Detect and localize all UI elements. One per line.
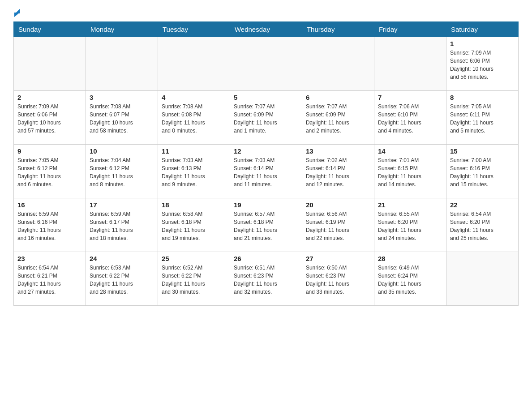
calendar-cell: 3Sunrise: 7:08 AMSunset: 6:07 PMDaylight… (86, 91, 158, 145)
day-number: 8 (450, 94, 515, 101)
day-info: Sunrise: 7:09 AMSunset: 6:06 PMDaylight:… (17, 103, 82, 135)
calendar-cell: 5Sunrise: 7:07 AMSunset: 6:09 PMDaylight… (230, 91, 302, 145)
day-of-week-header: Saturday (446, 22, 518, 37)
calendar-cell: 28Sunrise: 6:49 AMSunset: 6:24 PMDayligh… (374, 252, 446, 306)
day-info: Sunrise: 7:05 AMSunset: 6:11 PMDaylight:… (450, 103, 515, 135)
calendar-cell: 9Sunrise: 7:05 AMSunset: 6:12 PMDaylight… (14, 145, 86, 198)
day-number: 1 (450, 40, 515, 47)
calendar-cell: 21Sunrise: 6:55 AMSunset: 6:20 PMDayligh… (374, 198, 446, 252)
week-row: 9Sunrise: 7:05 AMSunset: 6:12 PMDaylight… (14, 145, 519, 198)
day-number: 23 (17, 255, 82, 262)
day-number: 21 (378, 201, 442, 209)
week-row: 1Sunrise: 7:09 AMSunset: 6:06 PMDaylight… (14, 37, 519, 91)
calendar-cell: 25Sunrise: 6:52 AMSunset: 6:22 PMDayligh… (158, 252, 230, 306)
day-info: Sunrise: 7:03 AMSunset: 6:13 PMDaylight:… (162, 156, 226, 188)
day-of-week-header: Thursday (302, 22, 374, 37)
day-info: Sunrise: 6:50 AMSunset: 6:23 PMDaylight:… (306, 264, 370, 296)
calendar-cell: 23Sunrise: 6:54 AMSunset: 6:21 PMDayligh… (14, 252, 86, 306)
day-number: 2 (17, 94, 82, 101)
day-number: 9 (17, 147, 82, 155)
day-info: Sunrise: 7:04 AMSunset: 6:12 PMDaylight:… (90, 156, 154, 188)
calendar-cell: 22Sunrise: 6:54 AMSunset: 6:20 PMDayligh… (446, 198, 518, 252)
calendar-cell: 7Sunrise: 7:06 AMSunset: 6:10 PMDaylight… (374, 91, 446, 145)
day-of-week-header: Tuesday (158, 22, 230, 37)
day-number: 27 (306, 255, 370, 262)
day-number: 13 (306, 147, 370, 155)
day-number: 11 (162, 147, 226, 155)
calendar-cell: 18Sunrise: 6:58 AMSunset: 6:18 PMDayligh… (158, 198, 230, 252)
day-info: Sunrise: 7:06 AMSunset: 6:10 PMDaylight:… (378, 103, 442, 135)
day-info: Sunrise: 6:51 AMSunset: 6:23 PMDaylight:… (234, 264, 298, 296)
day-number: 19 (234, 201, 298, 209)
calendar-cell: 16Sunrise: 6:59 AMSunset: 6:16 PMDayligh… (14, 198, 86, 252)
day-of-week-header: Wednesday (230, 22, 302, 37)
calendar-cell: 24Sunrise: 6:53 AMSunset: 6:22 PMDayligh… (86, 252, 158, 306)
calendar-cell: 26Sunrise: 6:51 AMSunset: 6:23 PMDayligh… (230, 252, 302, 306)
day-info: Sunrise: 7:08 AMSunset: 6:07 PMDaylight:… (90, 103, 154, 135)
day-info: Sunrise: 7:05 AMSunset: 6:12 PMDaylight:… (17, 156, 82, 188)
calendar-cell: 15Sunrise: 7:00 AMSunset: 6:16 PMDayligh… (446, 145, 518, 198)
calendar-cell (302, 37, 374, 91)
day-info: Sunrise: 7:03 AMSunset: 6:14 PMDaylight:… (234, 156, 298, 188)
day-number: 16 (17, 201, 82, 209)
day-info: Sunrise: 6:56 AMSunset: 6:19 PMDaylight:… (306, 210, 370, 242)
calendar-cell: 27Sunrise: 6:50 AMSunset: 6:23 PMDayligh… (302, 252, 374, 306)
day-of-week-header: Friday (374, 22, 446, 37)
day-info: Sunrise: 7:07 AMSunset: 6:09 PMDaylight:… (234, 103, 298, 135)
day-info: Sunrise: 7:01 AMSunset: 6:15 PMDaylight:… (378, 156, 442, 188)
day-info: Sunrise: 6:57 AMSunset: 6:18 PMDaylight:… (234, 210, 298, 242)
calendar-cell: 1Sunrise: 7:09 AMSunset: 6:06 PMDaylight… (446, 37, 518, 91)
day-info: Sunrise: 6:59 AMSunset: 6:16 PMDaylight:… (17, 210, 82, 242)
calendar-cell: 17Sunrise: 6:59 AMSunset: 6:17 PMDayligh… (86, 198, 158, 252)
calendar-cell: 20Sunrise: 6:56 AMSunset: 6:19 PMDayligh… (302, 198, 374, 252)
day-number: 10 (90, 147, 154, 155)
calendar-cell: 12Sunrise: 7:03 AMSunset: 6:14 PMDayligh… (230, 145, 302, 198)
day-info: Sunrise: 7:00 AMSunset: 6:16 PMDaylight:… (450, 156, 515, 188)
page-header (13, 9, 519, 17)
day-info: Sunrise: 7:02 AMSunset: 6:14 PMDaylight:… (306, 156, 370, 188)
calendar-cell (86, 37, 158, 91)
week-row: 23Sunrise: 6:54 AMSunset: 6:21 PMDayligh… (14, 252, 519, 306)
day-number: 14 (378, 147, 442, 155)
day-number: 3 (90, 94, 154, 101)
day-info: Sunrise: 6:54 AMSunset: 6:20 PMDaylight:… (450, 210, 515, 242)
day-number: 24 (90, 255, 154, 262)
calendar-header-row: SundayMondayTuesdayWednesdayThursdayFrid… (14, 22, 519, 37)
day-info: Sunrise: 6:58 AMSunset: 6:18 PMDaylight:… (162, 210, 226, 242)
day-info: Sunrise: 6:59 AMSunset: 6:17 PMDaylight:… (90, 210, 154, 242)
day-number: 17 (90, 201, 154, 209)
day-number: 25 (162, 255, 226, 262)
calendar-cell (14, 37, 86, 91)
calendar-cell: 2Sunrise: 7:09 AMSunset: 6:06 PMDaylight… (14, 91, 86, 145)
day-info: Sunrise: 7:07 AMSunset: 6:09 PMDaylight:… (306, 103, 370, 135)
calendar-cell: 11Sunrise: 7:03 AMSunset: 6:13 PMDayligh… (158, 145, 230, 198)
day-number: 5 (234, 94, 298, 101)
logo (13, 9, 20, 17)
day-number: 20 (306, 201, 370, 209)
calendar-cell: 19Sunrise: 6:57 AMSunset: 6:18 PMDayligh… (230, 198, 302, 252)
day-of-week-header: Monday (86, 22, 158, 37)
calendar-cell (374, 37, 446, 91)
day-of-week-header: Sunday (14, 22, 86, 37)
day-number: 28 (378, 255, 442, 262)
day-number: 26 (234, 255, 298, 262)
day-info: Sunrise: 6:54 AMSunset: 6:21 PMDaylight:… (17, 264, 82, 296)
calendar-cell (158, 37, 230, 91)
week-row: 2Sunrise: 7:09 AMSunset: 6:06 PMDaylight… (14, 91, 519, 145)
day-info: Sunrise: 7:08 AMSunset: 6:08 PMDaylight:… (162, 103, 226, 135)
calendar-cell: 14Sunrise: 7:01 AMSunset: 6:15 PMDayligh… (374, 145, 446, 198)
calendar-cell (230, 37, 302, 91)
day-number: 4 (162, 94, 226, 101)
calendar-cell: 10Sunrise: 7:04 AMSunset: 6:12 PMDayligh… (86, 145, 158, 198)
week-row: 16Sunrise: 6:59 AMSunset: 6:16 PMDayligh… (14, 198, 519, 252)
day-info: Sunrise: 6:52 AMSunset: 6:22 PMDaylight:… (162, 264, 226, 296)
day-number: 18 (162, 201, 226, 209)
day-number: 7 (378, 94, 442, 101)
day-number: 22 (450, 201, 515, 209)
day-number: 15 (450, 147, 515, 155)
day-info: Sunrise: 6:55 AMSunset: 6:20 PMDaylight:… (378, 210, 442, 242)
calendar-cell: 13Sunrise: 7:02 AMSunset: 6:14 PMDayligh… (302, 145, 374, 198)
day-info: Sunrise: 6:49 AMSunset: 6:24 PMDaylight:… (378, 264, 442, 296)
calendar-cell: 8Sunrise: 7:05 AMSunset: 6:11 PMDaylight… (446, 91, 518, 145)
day-number: 12 (234, 147, 298, 155)
